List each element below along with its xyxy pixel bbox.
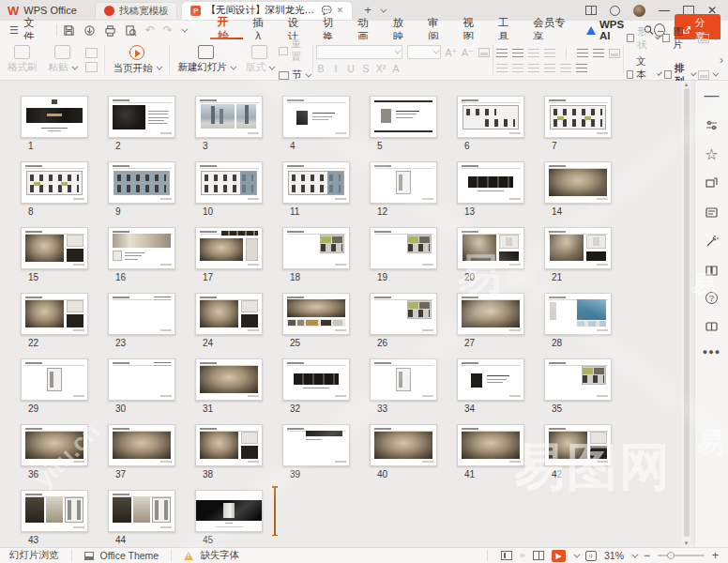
slide-thumbnail-40[interactable] (370, 424, 437, 466)
bullets-icon[interactable] (496, 49, 508, 57)
font-style-button-5[interactable]: A (391, 63, 402, 74)
slide-thumbnail-12[interactable] (370, 161, 437, 204)
align-right-icon[interactable] (528, 64, 539, 72)
slide-sorter-canvas[interactable]: 1234567891011121314151617181920212223242… (0, 81, 694, 547)
tab-list-chevron-icon[interactable] (380, 6, 387, 12)
undo-icon[interactable]: ↶ (145, 23, 155, 37)
slide-thumbnail-16[interactable] (108, 227, 175, 269)
new-slide-button[interactable]: 新建幻灯片 (173, 41, 241, 78)
slide-thumbnail-23[interactable] (108, 293, 175, 335)
user-avatar[interactable] (633, 5, 645, 17)
vertical-text-icon[interactable] (593, 49, 604, 57)
slide-thumbnail-30[interactable] (108, 358, 175, 401)
distribute-icon[interactable] (560, 64, 571, 72)
slide-thumbnail-18[interactable] (282, 227, 350, 269)
section-button[interactable]: 节 (279, 68, 310, 82)
scroll-up-icon[interactable]: ▲ (683, 81, 690, 88)
ribbon-tab-7[interactable]: 视图 (455, 21, 488, 39)
slide-thumbnail-44[interactable] (108, 490, 175, 532)
print-preview-icon[interactable] (125, 24, 137, 37)
slide-thumbnail-45[interactable] (195, 490, 263, 532)
help-icon[interactable]: ? (705, 292, 718, 304)
slide-thumbnail-32[interactable] (282, 358, 350, 401)
ribbon-tab-0[interactable]: 开始 (210, 21, 243, 39)
slide-thumbnail-22[interactable] (21, 293, 88, 335)
slide-thumbnail-36[interactable] (21, 424, 88, 466)
slide-thumbnail-39[interactable] (282, 424, 350, 466)
cut-icon[interactable] (85, 48, 98, 58)
new-tab-button[interactable]: + (364, 3, 372, 17)
convert-smartart-icon[interactable] (609, 49, 620, 58)
text-direction-icon[interactable] (577, 49, 588, 57)
slide-sorter-view-button[interactable] (520, 554, 525, 557)
slide-thumbnail-14[interactable] (544, 161, 612, 204)
docer-resource-icon[interactable] (705, 205, 720, 220)
align-center-icon[interactable] (512, 64, 523, 72)
close-tab-icon[interactable]: ✕ (337, 7, 344, 15)
line-spacing-icon[interactable] (576, 64, 587, 72)
slide-thumbnail-26[interactable] (370, 293, 437, 335)
slide-thumbnail-11[interactable] (282, 161, 350, 204)
reading-view-button[interactable] (533, 551, 544, 560)
slide-thumbnail-17[interactable] (195, 227, 263, 269)
slide-thumbnail-43[interactable] (21, 490, 88, 532)
numbering-icon[interactable] (512, 49, 523, 57)
export-icon[interactable] (83, 24, 96, 37)
slide-thumbnail-33[interactable] (370, 358, 437, 401)
slide-thumbnail-13[interactable] (457, 161, 524, 204)
learning-book-icon[interactable] (705, 263, 720, 278)
hamburger-icon[interactable]: ☰ (9, 24, 19, 37)
quickbar-chevron-icon[interactable] (181, 25, 188, 32)
save-icon[interactable] (63, 24, 75, 37)
zoom-out-button[interactable]: − (644, 550, 650, 561)
slide-thumbnail-21[interactable] (544, 227, 612, 269)
picture-button[interactable]: 图片 (662, 25, 694, 52)
slide-thumbnail-10[interactable] (195, 161, 263, 204)
skin-icon[interactable] (610, 6, 620, 16)
slide-thumbnail-20[interactable] (457, 227, 524, 269)
copy-icon[interactable] (85, 62, 98, 72)
slide-thumbnail-38[interactable] (195, 424, 263, 466)
print-icon[interactable] (104, 24, 116, 37)
slide-transition-icon[interactable] (705, 175, 720, 190)
shape-fill-button[interactable] (698, 34, 717, 43)
document-tab-template[interactable]: 找稿宽模板 (95, 2, 178, 19)
shape-outline-button[interactable] (698, 70, 717, 80)
layout-button[interactable]: 版式 (240, 41, 279, 78)
font-size-combo[interactable] (407, 45, 441, 59)
slide-thumbnail-31[interactable] (195, 358, 263, 401)
scrollbar-thumb[interactable] (684, 88, 690, 537)
slideshow-play-button[interactable]: ▶ (552, 550, 566, 562)
slide-thumbnail-25[interactable] (282, 293, 350, 335)
slide-thumbnail-29[interactable] (21, 358, 88, 401)
ribbon-tab-1[interactable]: 插入 (245, 21, 278, 39)
justify-icon[interactable] (544, 64, 555, 72)
reset-button[interactable]: 重置 (279, 38, 310, 64)
font-style-button-3[interactable]: S (361, 63, 372, 74)
paste-button[interactable]: 粘贴 (43, 41, 82, 78)
slide-thumbnail-4[interactable] (282, 96, 350, 138)
slide-thumbnail-9[interactable] (108, 161, 175, 204)
slide-thumbnail-19[interactable] (370, 227, 437, 269)
fit-to-window-icon[interactable] (585, 551, 597, 561)
align-left-icon[interactable] (496, 64, 508, 72)
slide-thumbnail-8[interactable] (21, 161, 88, 204)
decrease-indent-icon[interactable] (528, 49, 539, 57)
properties-icon[interactable] (705, 117, 720, 132)
scroll-down-icon[interactable]: ▼ (683, 540, 690, 547)
slide-thumbnail-24[interactable] (195, 293, 263, 335)
zoom-slider-handle[interactable] (667, 552, 675, 559)
slide-thumbnail-27[interactable] (457, 293, 524, 335)
ribbon-tab-5[interactable]: 放映 (386, 21, 418, 39)
zoom-in-button[interactable]: + (712, 550, 719, 561)
normal-view-button[interactable] (501, 551, 512, 560)
increase-font-icon[interactable]: A⁺ (446, 47, 458, 58)
missing-font-warning[interactable]: 缺失字体 (200, 549, 239, 562)
comment-icon[interactable]: 💬 (321, 7, 331, 15)
slide-thumbnail-35[interactable] (544, 358, 612, 401)
slide-thumbnail-1[interactable] (21, 96, 88, 138)
format-painter-button[interactable]: 格式刷 (2, 41, 43, 78)
more-icon[interactable]: ●●● (703, 347, 720, 357)
ribbon-tab-4[interactable]: 动画 (350, 21, 383, 39)
slide-thumbnail-41[interactable] (457, 424, 524, 466)
